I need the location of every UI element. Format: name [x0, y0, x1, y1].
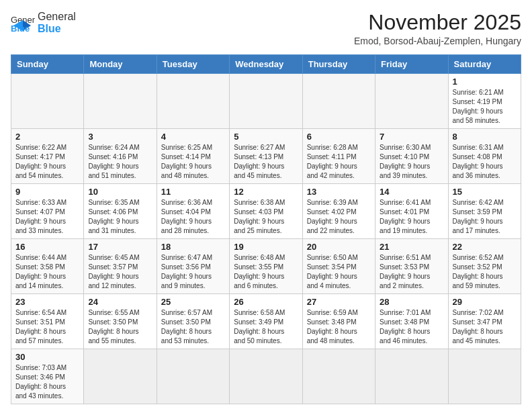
day-info: Sunrise: 6:36 AM Sunset: 4:04 PM Dayligh…	[161, 198, 225, 236]
day-number: 12	[234, 187, 298, 197]
day-info: Sunrise: 6:58 AM Sunset: 3:49 PM Dayligh…	[234, 308, 298, 346]
weekday-header-row: SundayMondayTuesdayWednesdayThursdayFrid…	[11, 55, 521, 74]
day-number: 2	[15, 132, 79, 142]
calendar-week-row: 9Sunrise: 6:33 AM Sunset: 4:07 PM Daylig…	[11, 184, 521, 239]
calendar-subtitle: Emod, Borsod-Abauj-Zemplen, Hungary	[354, 36, 521, 46]
calendar-day-cell: 1Sunrise: 6:21 AM Sunset: 4:19 PM Daylig…	[448, 74, 521, 129]
weekday-header-friday: Friday	[375, 55, 448, 74]
weekday-header-sunday: Sunday	[11, 55, 84, 74]
calendar-day-cell	[157, 349, 229, 404]
calendar-day-cell	[11, 74, 84, 129]
day-info: Sunrise: 6:33 AM Sunset: 4:07 PM Dayligh…	[15, 198, 79, 236]
calendar-day-cell: 15Sunrise: 6:42 AM Sunset: 3:59 PM Dayli…	[448, 184, 521, 239]
day-info: Sunrise: 7:01 AM Sunset: 3:48 PM Dayligh…	[380, 308, 443, 346]
calendar-day-cell: 26Sunrise: 6:58 AM Sunset: 3:49 PM Dayli…	[230, 294, 302, 349]
day-info: Sunrise: 6:47 AM Sunset: 3:56 PM Dayligh…	[161, 253, 225, 291]
weekday-header-wednesday: Wednesday	[230, 55, 302, 74]
calendar-week-row: 1Sunrise: 6:21 AM Sunset: 4:19 PM Daylig…	[11, 74, 521, 129]
day-number: 17	[88, 242, 152, 252]
day-info: Sunrise: 6:28 AM Sunset: 4:11 PM Dayligh…	[307, 143, 371, 181]
calendar-title: November 2025	[354, 11, 521, 34]
day-number: 30	[15, 352, 79, 362]
day-info: Sunrise: 6:30 AM Sunset: 4:10 PM Dayligh…	[380, 143, 443, 181]
calendar-day-cell: 23Sunrise: 6:54 AM Sunset: 3:51 PM Dayli…	[11, 294, 84, 349]
day-info: Sunrise: 6:48 AM Sunset: 3:55 PM Dayligh…	[234, 253, 298, 291]
day-info: Sunrise: 6:25 AM Sunset: 4:14 PM Dayligh…	[161, 143, 225, 181]
calendar-day-cell: 2Sunrise: 6:22 AM Sunset: 4:17 PM Daylig…	[11, 129, 84, 184]
day-number: 20	[307, 242, 371, 252]
day-number: 23	[15, 297, 79, 307]
calendar-table: SundayMondayTuesdayWednesdayThursdayFrid…	[11, 54, 521, 404]
day-number: 26	[234, 297, 298, 307]
calendar-day-cell: 3Sunrise: 6:24 AM Sunset: 4:16 PM Daylig…	[84, 129, 157, 184]
day-number: 11	[161, 187, 225, 197]
calendar-day-cell: 14Sunrise: 6:41 AM Sunset: 4:01 PM Dayli…	[375, 184, 448, 239]
calendar-day-cell: 21Sunrise: 6:51 AM Sunset: 3:53 PM Dayli…	[375, 239, 448, 294]
day-info: Sunrise: 6:27 AM Sunset: 4:13 PM Dayligh…	[234, 143, 298, 181]
calendar-day-cell: 19Sunrise: 6:48 AM Sunset: 3:55 PM Dayli…	[230, 239, 302, 294]
day-info: Sunrise: 7:03 AM Sunset: 3:46 PM Dayligh…	[15, 363, 79, 401]
day-number: 21	[380, 242, 443, 252]
calendar-day-cell: 29Sunrise: 7:02 AM Sunset: 3:47 PM Dayli…	[448, 294, 521, 349]
day-info: Sunrise: 6:35 AM Sunset: 4:06 PM Dayligh…	[88, 198, 152, 236]
logo-blue-text: Blue	[38, 23, 76, 35]
calendar-day-cell: 13Sunrise: 6:39 AM Sunset: 4:02 PM Dayli…	[302, 184, 375, 239]
weekday-header-thursday: Thursday	[302, 55, 375, 74]
calendar-body: 1Sunrise: 6:21 AM Sunset: 4:19 PM Daylig…	[11, 74, 521, 404]
day-info: Sunrise: 7:02 AM Sunset: 3:47 PM Dayligh…	[453, 308, 517, 346]
calendar-day-cell	[375, 74, 448, 129]
calendar-day-cell: 11Sunrise: 6:36 AM Sunset: 4:04 PM Dayli…	[157, 184, 229, 239]
day-info: Sunrise: 6:55 AM Sunset: 3:50 PM Dayligh…	[88, 308, 152, 346]
calendar-day-cell: 12Sunrise: 6:38 AM Sunset: 4:03 PM Dayli…	[230, 184, 302, 239]
weekday-header-tuesday: Tuesday	[157, 55, 229, 74]
calendar-day-cell	[84, 349, 157, 404]
calendar-day-cell: 9Sunrise: 6:33 AM Sunset: 4:07 PM Daylig…	[11, 184, 84, 239]
calendar-day-cell	[84, 74, 157, 129]
logo-general-text: General	[38, 11, 76, 23]
day-number: 7	[380, 132, 443, 142]
generalblue-logo-icon: General Blue	[11, 13, 35, 32]
calendar-day-cell: 25Sunrise: 6:57 AM Sunset: 3:50 PM Dayli…	[157, 294, 229, 349]
day-number: 14	[380, 187, 443, 197]
day-info: Sunrise: 6:45 AM Sunset: 3:57 PM Dayligh…	[88, 253, 152, 291]
day-info: Sunrise: 6:31 AM Sunset: 4:08 PM Dayligh…	[453, 143, 517, 181]
calendar-day-cell: 17Sunrise: 6:45 AM Sunset: 3:57 PM Dayli…	[84, 239, 157, 294]
calendar-day-cell: 7Sunrise: 6:30 AM Sunset: 4:10 PM Daylig…	[375, 129, 448, 184]
day-info: Sunrise: 6:57 AM Sunset: 3:50 PM Dayligh…	[161, 308, 225, 346]
day-info: Sunrise: 6:50 AM Sunset: 3:54 PM Dayligh…	[307, 253, 371, 291]
calendar-day-cell: 10Sunrise: 6:35 AM Sunset: 4:06 PM Dayli…	[84, 184, 157, 239]
day-number: 10	[88, 187, 152, 197]
day-number: 5	[234, 132, 298, 142]
title-area: November 2025 Emod, Borsod-Abauj-Zemplen…	[354, 11, 521, 46]
calendar-day-cell	[157, 74, 229, 129]
logo: General Blue General Blue	[11, 11, 76, 35]
day-info: Sunrise: 6:38 AM Sunset: 4:03 PM Dayligh…	[234, 198, 298, 236]
calendar-day-cell: 22Sunrise: 6:52 AM Sunset: 3:52 PM Dayli…	[448, 239, 521, 294]
day-number: 1	[453, 77, 517, 87]
day-info: Sunrise: 6:59 AM Sunset: 3:48 PM Dayligh…	[307, 308, 371, 346]
calendar-week-row: 2Sunrise: 6:22 AM Sunset: 4:17 PM Daylig…	[11, 129, 521, 184]
day-number: 3	[88, 132, 152, 142]
day-number: 4	[161, 132, 225, 142]
calendar-day-cell	[448, 349, 521, 404]
calendar-day-cell	[302, 74, 375, 129]
day-info: Sunrise: 6:41 AM Sunset: 4:01 PM Dayligh…	[380, 198, 443, 236]
day-number: 13	[307, 187, 371, 197]
calendar-day-cell: 24Sunrise: 6:55 AM Sunset: 3:50 PM Dayli…	[84, 294, 157, 349]
day-info: Sunrise: 6:54 AM Sunset: 3:51 PM Dayligh…	[15, 308, 79, 346]
calendar-day-cell	[230, 74, 302, 129]
day-info: Sunrise: 6:39 AM Sunset: 4:02 PM Dayligh…	[307, 198, 371, 236]
calendar-day-cell: 6Sunrise: 6:28 AM Sunset: 4:11 PM Daylig…	[302, 129, 375, 184]
day-number: 24	[88, 297, 152, 307]
calendar-day-cell: 30Sunrise: 7:03 AM Sunset: 3:46 PM Dayli…	[11, 349, 84, 404]
calendar-header: SundayMondayTuesdayWednesdayThursdayFrid…	[11, 55, 521, 74]
day-number: 28	[380, 297, 443, 307]
day-info: Sunrise: 6:51 AM Sunset: 3:53 PM Dayligh…	[380, 253, 443, 291]
day-number: 8	[453, 132, 517, 142]
calendar-day-cell: 8Sunrise: 6:31 AM Sunset: 4:08 PM Daylig…	[448, 129, 521, 184]
weekday-header-monday: Monday	[84, 55, 157, 74]
calendar-day-cell: 20Sunrise: 6:50 AM Sunset: 3:54 PM Dayli…	[302, 239, 375, 294]
day-info: Sunrise: 6:52 AM Sunset: 3:52 PM Dayligh…	[453, 253, 517, 291]
day-number: 18	[161, 242, 225, 252]
day-info: Sunrise: 6:22 AM Sunset: 4:17 PM Dayligh…	[15, 143, 79, 181]
